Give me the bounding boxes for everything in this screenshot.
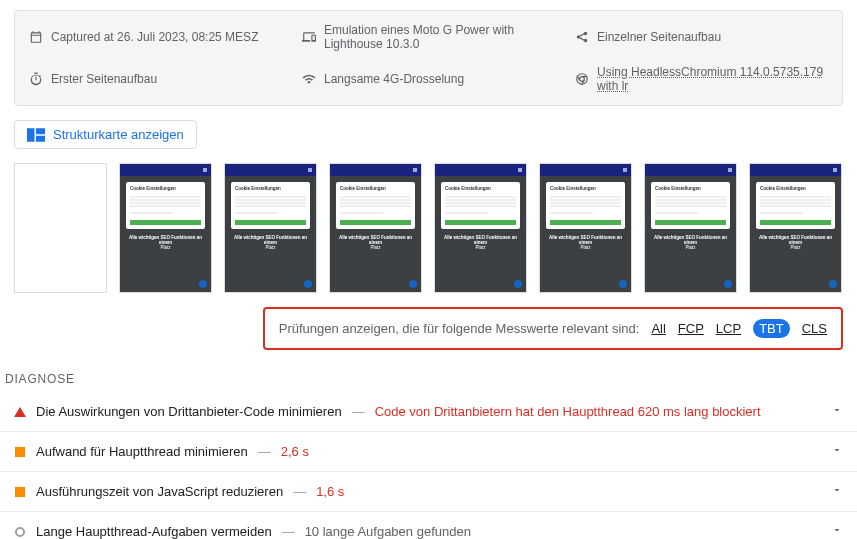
filmstrip-frame[interactable]: Cookie EinstellungenAlle wichtigen SEO F… <box>434 163 527 293</box>
filmstrip-frame[interactable] <box>14 163 107 293</box>
timer-icon <box>29 72 43 86</box>
svg-point-0 <box>577 35 581 39</box>
throttling-text: Langsame 4G-Drosselung <box>324 72 464 86</box>
filmstrip-frame[interactable]: Cookie EinstellungenAlle wichtigen SEO F… <box>329 163 422 293</box>
audit-title: Aufwand für Hauptthread minimieren <box>36 444 248 459</box>
emulated-device: Emulation eines Moto G Power with Lighth… <box>302 23 555 51</box>
audit-title: Die Auswirkungen von Drittanbieter-Code … <box>36 404 342 419</box>
filter-bar: Prüfungen anzeigen, die für folgende Mes… <box>14 307 843 350</box>
filter-pill-tbt[interactable]: TBT <box>753 319 790 338</box>
initial-load: Erster Seitenaufbau <box>29 65 282 93</box>
audit-row[interactable]: Die Auswirkungen von Drittanbieter-Code … <box>0 392 857 432</box>
user-agent: Using HeadlessChromium 114.0.5735.179 wi… <box>575 65 828 93</box>
wifi-icon <box>302 72 316 86</box>
filmstrip-frame[interactable]: Cookie EinstellungenAlle wichtigen SEO F… <box>749 163 842 293</box>
severity-icon <box>14 527 26 537</box>
audit-detail: 2,6 s <box>281 444 309 459</box>
metric-filter-box: Prüfungen anzeigen, die für folgende Mes… <box>263 307 843 350</box>
svg-point-2 <box>584 39 588 43</box>
filter-pill-lcp[interactable]: LCP <box>716 321 741 336</box>
filter-pill-cls[interactable]: CLS <box>802 321 827 336</box>
audit-detail: 1,6 s <box>316 484 344 499</box>
audit-row[interactable]: Ausführungszeit von JavaScript reduziere… <box>0 472 857 512</box>
emulated-device-text: Emulation eines Moto G Power with Lighth… <box>324 23 555 51</box>
severity-icon <box>14 447 26 457</box>
session-icon <box>575 30 589 44</box>
devices-icon <box>302 30 316 44</box>
filmstrip-frame[interactable]: Cookie EinstellungenAlle wichtigen SEO F… <box>644 163 737 293</box>
chevron-down-icon[interactable] <box>831 404 843 419</box>
captured-at: Captured at 26. Juli 2023, 08:25 MESZ <box>29 23 282 51</box>
filmstrip-frame[interactable]: Cookie EinstellungenAlle wichtigen SEO F… <box>119 163 212 293</box>
filter-pill-fcp[interactable]: FCP <box>678 321 704 336</box>
filter-pill-all[interactable]: All <box>651 321 665 336</box>
filmstrip-frame[interactable]: Cookie EinstellungenAlle wichtigen SEO F… <box>224 163 317 293</box>
severity-icon <box>14 487 26 497</box>
captured-at-text: Captured at 26. Juli 2023, 08:25 MESZ <box>51 30 258 44</box>
audit-row[interactable]: Aufwand für Hauptthread minimieren — 2,6… <box>0 432 857 472</box>
initial-load-text: Erster Seitenaufbau <box>51 72 157 86</box>
section-heading: DIAGNOSE <box>5 372 843 386</box>
svg-point-1 <box>584 32 588 36</box>
severity-icon <box>14 407 26 417</box>
audit-detail: 10 lange Aufgaben gefunden <box>305 524 471 539</box>
view-treemap-button[interactable]: Strukturkarte anzeigen <box>14 120 197 149</box>
audit-title: Ausführungszeit von JavaScript reduziere… <box>36 484 283 499</box>
chevron-down-icon[interactable] <box>831 524 843 539</box>
svg-rect-5 <box>27 128 35 142</box>
audit-title: Lange Hauptthread-Aufgaben vermeiden <box>36 524 272 539</box>
svg-rect-7 <box>36 135 45 141</box>
filmstrip-frame[interactable]: Cookie EinstellungenAlle wichtigen SEO F… <box>539 163 632 293</box>
svg-rect-6 <box>36 128 45 134</box>
calendar-icon <box>29 30 43 44</box>
chevron-down-icon[interactable] <box>831 484 843 499</box>
network-throttling: Langsame 4G-Drosselung <box>302 65 555 93</box>
treemap-button-label: Strukturkarte anzeigen <box>53 127 184 142</box>
chevron-down-icon[interactable] <box>831 444 843 459</box>
single-page-text: Einzelner Seitenaufbau <box>597 30 721 44</box>
treemap-icon <box>27 128 45 142</box>
user-agent-link[interactable]: Using HeadlessChromium 114.0.5735.179 wi… <box>597 65 828 93</box>
runtime-settings-panel: Captured at 26. Juli 2023, 08:25 MESZ Em… <box>14 10 843 106</box>
chrome-icon <box>575 72 589 86</box>
filmstrip: Cookie EinstellungenAlle wichtigen SEO F… <box>14 163 843 293</box>
filter-label: Prüfungen anzeigen, die für folgende Mes… <box>279 321 640 336</box>
audit-detail: Code von Drittanbietern hat den Hauptthr… <box>375 404 761 419</box>
audit-row[interactable]: Lange Hauptthread-Aufgaben vermeiden — 1… <box>0 512 857 539</box>
single-page-load: Einzelner Seitenaufbau <box>575 23 828 51</box>
